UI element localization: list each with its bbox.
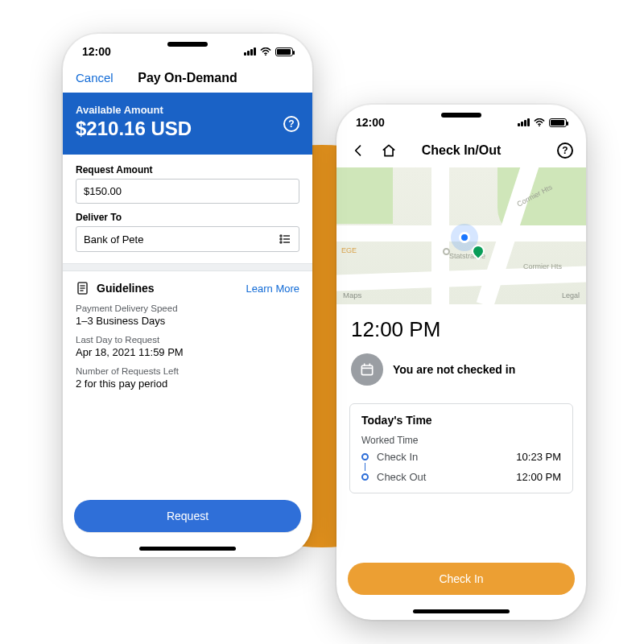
guideline-value: 1–3 Business Days <box>76 315 299 327</box>
map-legal-link[interactable]: Legal <box>562 291 580 299</box>
svg-rect-12 <box>361 365 372 375</box>
home-button[interactable] <box>380 142 398 159</box>
battery-icon <box>275 47 293 56</box>
status-icons <box>518 118 567 127</box>
timeline-connector <box>365 463 365 471</box>
status-icons <box>244 47 293 56</box>
svg-point-3 <box>280 238 282 240</box>
timeline-row: Check In 10:23 PM <box>361 451 561 463</box>
timeline-row: Check Out 12:00 PM <box>361 471 561 483</box>
signal-icon <box>518 118 530 126</box>
home-indicator <box>139 547 236 551</box>
poi-label: EGE <box>341 246 357 254</box>
request-button[interactable]: Request <box>74 500 301 532</box>
guideline-row: Last Day to Request Apr 18, 2021 11:59 P… <box>76 335 299 358</box>
time-status: 12:00 PM You are not checked in <box>336 304 586 392</box>
back-button[interactable] <box>349 142 367 159</box>
deliver-to-select[interactable]: Bank of Pete <box>76 226 299 252</box>
card-subtitle: Worked Time <box>361 435 561 446</box>
available-amount: $210.16 USD <box>76 118 299 140</box>
device-notch <box>131 34 244 55</box>
current-time: 12:00 PM <box>351 317 572 342</box>
svg-point-1 <box>280 235 282 237</box>
available-amount-banner: Available Amount $210.16 USD ? <box>63 93 312 155</box>
wifi-icon <box>260 47 271 56</box>
guidelines-icon <box>76 281 90 295</box>
home-indicator <box>413 609 510 613</box>
guideline-key: Number of Requests Left <box>76 366 299 376</box>
guideline-row: Payment Delivery Speed 1–3 Business Days <box>76 303 299 327</box>
list-icon <box>279 233 291 246</box>
request-amount-field[interactable] <box>84 185 291 197</box>
status-time: 12:00 <box>356 116 385 129</box>
nav-bar: Cancel Pay On-Demand <box>63 69 312 93</box>
timeline-label: Check In <box>377 451 418 463</box>
guideline-key: Payment Delivery Speed <box>76 303 299 313</box>
section-divider <box>63 263 312 271</box>
available-label: Available Amount <box>76 104 299 116</box>
check-in-button[interactable]: Check In <box>348 563 575 595</box>
guideline-row: Number of Requests Left 2 for this pay p… <box>76 366 299 390</box>
page-title: Pay On-Demand <box>138 71 237 85</box>
svg-point-0 <box>265 54 266 56</box>
svg-point-11 <box>539 125 540 126</box>
timeline-dot-icon <box>361 473 369 481</box>
guidelines-title: Guidelines <box>97 282 155 295</box>
battery-icon <box>549 118 567 127</box>
status-badge-icon <box>351 353 383 386</box>
request-amount-input[interactable] <box>76 179 299 204</box>
signal-icon <box>244 47 256 56</box>
help-icon[interactable]: ? <box>557 142 573 159</box>
street-label: Cormier Hts <box>523 262 562 270</box>
learn-more-link[interactable]: Learn More <box>246 283 299 295</box>
todays-time-card: Today's Time Worked Time Check In 10:23 … <box>349 403 573 493</box>
status-time: 12:00 <box>82 45 111 58</box>
timeline-value: 10:23 PM <box>516 451 561 463</box>
current-location-dot <box>459 232 470 243</box>
timeline-dot-icon <box>361 453 369 460</box>
guidelines-section: Guidelines Learn More Payment Delivery S… <box>63 271 312 398</box>
cancel-button[interactable]: Cancel <box>76 71 114 85</box>
page-title: Check In/Out <box>422 143 502 158</box>
map[interactable]: Cormier Hts Cormier Hts Statstrasse EGE … <box>336 167 586 304</box>
form-area: Request Amount Deliver To Bank of Pete <box>63 155 312 263</box>
phone-check-in-out: 12:00 Check In/Out ? Cormier Hts Cormier… <box>336 105 586 620</box>
timeline-label: Check Out <box>377 471 426 483</box>
request-amount-label: Request Amount <box>76 164 299 175</box>
guideline-key: Last Day to Request <box>76 335 299 345</box>
svg-point-5 <box>280 242 282 243</box>
guideline-value: Apr 18, 2021 11:59 PM <box>76 346 299 358</box>
device-notch <box>405 105 518 126</box>
card-title: Today's Time <box>361 414 561 427</box>
status-text: You are not checked in <box>393 363 515 376</box>
map-marker-gray <box>443 248 450 255</box>
nav-bar: Check In/Out ? <box>336 140 586 167</box>
timeline-value: 12:00 PM <box>516 471 561 483</box>
map-provider: Maps <box>343 291 361 299</box>
help-icon[interactable]: ? <box>283 116 299 132</box>
phone-pay-on-demand: 12:00 Cancel Pay On-Demand Available Amo… <box>63 34 312 557</box>
wifi-icon <box>534 118 545 126</box>
deliver-to-value: Bank of Pete <box>84 233 143 246</box>
guideline-value: 2 for this pay period <box>76 378 299 390</box>
deliver-to-label: Deliver To <box>76 212 299 223</box>
